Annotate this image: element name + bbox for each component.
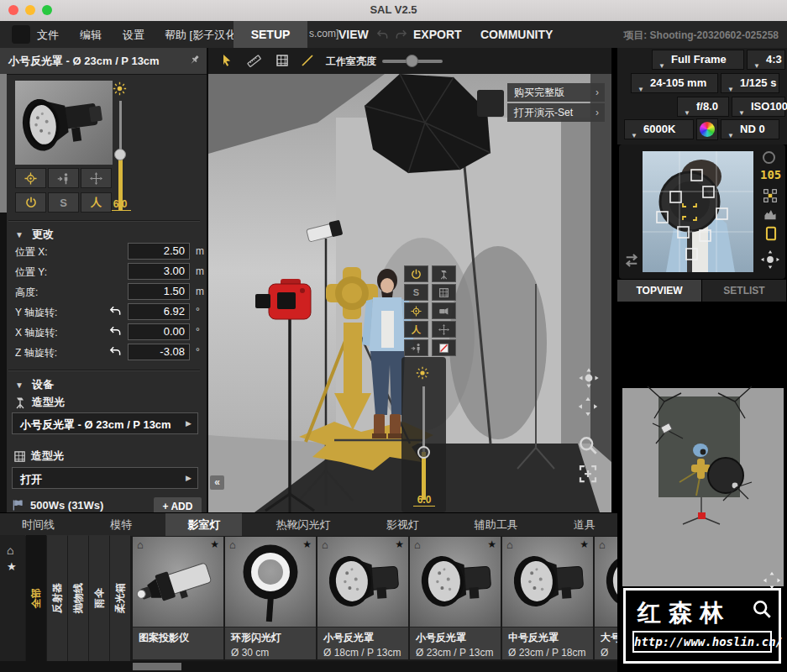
lens-dropdown[interactable]: ▼24-105 mm (631, 73, 718, 93)
tab-view[interactable]: VIEW (338, 21, 369, 48)
fl-intensity-value[interactable]: 6.0 (413, 494, 435, 507)
right-panel-tab[interactable]: TOPVIEW (617, 280, 702, 302)
ruler-icon[interactable] (247, 54, 261, 68)
fl-point-at-model-button[interactable] (404, 339, 428, 356)
star-icon[interactable]: ★ (7, 560, 17, 573)
fl-target-button[interactable] (404, 302, 428, 319)
home-icon[interactable]: ⌂ (599, 538, 606, 551)
zoom-view-control[interactable] (578, 435, 598, 455)
tripod-button[interactable]: 人 (81, 192, 112, 213)
library-tab[interactable]: 道具 (552, 513, 617, 536)
undo-icon[interactable] (376, 29, 389, 41)
tab-setup[interactable]: SETUP (233, 21, 307, 48)
number-input[interactable]: 3.00 (128, 263, 190, 280)
modifier-dropdown[interactable]: 小号反光罩 - Ø 23cm / P 13cm ▶ (12, 412, 198, 434)
star-icon[interactable]: ★ (395, 538, 404, 550)
equipment-card[interactable]: ⌂ ★ 小号反光罩 Ø 18cm / P 13cm (317, 537, 408, 660)
fl-no-gel-button[interactable] (432, 339, 456, 356)
move-light-button[interactable] (81, 168, 112, 188)
intensity-slider-handle[interactable] (114, 149, 126, 160)
intensity-value[interactable]: 6.0 (109, 198, 131, 211)
swap-view-icon[interactable] (623, 252, 640, 269)
aperture-dropdown[interactable]: ▼f/8.0 (677, 97, 729, 117)
number-input[interactable]: 1.50 (128, 283, 190, 300)
target-light-button[interactable] (15, 168, 46, 188)
star-icon[interactable]: ★ (487, 538, 496, 550)
library-tab[interactable]: 热靴闪光灯 (254, 513, 352, 536)
number-input[interactable]: 0.00 (128, 323, 190, 340)
orbit-view-control[interactable] (578, 367, 600, 389)
home-icon[interactable]: ⌂ (7, 543, 13, 557)
right-panel-tab[interactable]: SETLIST (702, 280, 787, 302)
iso-dropdown[interactable]: ▼ISO100 (732, 97, 785, 117)
library-scrollbar-thumb[interactable] (133, 663, 181, 670)
tv-model[interactable] (693, 444, 708, 457)
star-icon[interactable]: ★ (580, 538, 589, 550)
menu-help[interactable]: 帮助 [影子汉化 (165, 28, 233, 43)
open-demo-set-button[interactable]: 打开演示-Set› (507, 103, 605, 122)
shutter-dropdown[interactable]: ▼1/125 s (721, 73, 779, 93)
category-tab[interactable]: 反射器 (47, 535, 67, 661)
grid-toggle-icon[interactable] (275, 54, 289, 67)
fl-power-button[interactable] (404, 265, 428, 282)
point-at-model-button[interactable] (48, 168, 79, 188)
equipment-card[interactable]: ⌂ ★ 中号反光罩 Ø 23cm / P 18cm (502, 537, 593, 660)
category-tab[interactable]: 柔光箱 (110, 535, 130, 661)
home-icon[interactable]: ⌂ (229, 538, 236, 551)
library-tab[interactable]: 影室灯 (165, 513, 242, 536)
buy-full-version-button[interactable]: 购买完整版› (507, 83, 605, 102)
reset-rotation-icon[interactable] (109, 325, 122, 338)
reset-rotation-icon[interactable] (109, 345, 122, 358)
equipment-card[interactable]: ⌂ ★ 大号反光罩 Ø (595, 537, 617, 660)
library-tab[interactable]: 时间线 (0, 513, 76, 536)
transform-section-header[interactable]: ▼更改 (15, 227, 54, 242)
equipment-card[interactable]: ⌂ ★ 环形闪光灯 Ø 30 cm (225, 537, 316, 660)
fl-stand-button[interactable] (432, 265, 456, 282)
color-wheel-icon[interactable] (696, 118, 718, 140)
library-tab[interactable]: 模特 (88, 513, 154, 536)
reset-rotation-icon[interactable] (109, 305, 122, 318)
sensor-dropdown[interactable]: ▼Full Frame (652, 50, 744, 70)
fl-move-button[interactable] (432, 321, 456, 338)
home-icon[interactable]: ⌂ (414, 538, 421, 551)
number-input[interactable]: 2.50 (128, 243, 190, 260)
topview-pan-icon[interactable] (763, 571, 781, 590)
fl-solo-button[interactable]: S (404, 284, 428, 301)
home-icon[interactable]: ⌂ (137, 538, 144, 551)
collapse-panel-button[interactable]: « (210, 475, 224, 490)
star-icon[interactable]: ★ (210, 538, 219, 550)
white-balance-dropdown[interactable]: ▼6000K (624, 119, 694, 139)
studio-brightness-handle[interactable] (406, 55, 418, 67)
number-input[interactable]: 6.92 (128, 303, 190, 320)
category-tab[interactable]: 全部 (26, 535, 46, 661)
home-icon[interactable]: ⌂ (322, 538, 328, 551)
star-icon[interactable]: ★ (302, 538, 312, 550)
equipment-card[interactable]: ⌂ ★ 小号反光罩 Ø 23cm / P 13cm (410, 537, 501, 660)
orientation-frame-icon[interactable] (763, 225, 779, 242)
solo-button[interactable]: S (48, 192, 79, 213)
equipment-section-header[interactable]: ▼设备 (15, 377, 54, 392)
focus-points-icon[interactable] (763, 188, 778, 203)
menu-settings[interactable]: 设置 (123, 28, 144, 43)
power-toggle-button[interactable] (15, 192, 46, 213)
library-tab[interactable]: 影视灯 (365, 513, 441, 536)
select-cursor-icon[interactable] (220, 54, 233, 67)
pin-icon[interactable] (188, 54, 201, 66)
category-tab[interactable]: 抛物线 (68, 535, 88, 661)
fl-slider-handle[interactable] (417, 446, 430, 459)
menu-file[interactable]: 文件 (37, 28, 59, 43)
redo-icon[interactable] (395, 29, 407, 41)
home-icon[interactable]: ⌂ (506, 538, 513, 551)
number-input[interactable]: -3.08 (128, 344, 190, 360)
fl-tripod-button[interactable]: 人 (404, 321, 428, 338)
aspect-dropdown[interactable]: ▼4:3 (747, 50, 785, 70)
menu-edit[interactable]: 编辑 (80, 28, 102, 43)
histogram-icon[interactable] (761, 208, 779, 221)
fl-head-button[interactable] (432, 302, 456, 319)
pan-view-control[interactable] (578, 396, 598, 417)
line-tool-icon[interactable] (301, 54, 314, 67)
nd-filter-dropdown[interactable]: ▼ND 0 (721, 119, 779, 139)
dpad-control[interactable] (759, 249, 781, 270)
modeling-light-dropdown[interactable]: 打开 ▶ (12, 467, 198, 489)
category-tab[interactable]: 雨伞 (89, 535, 109, 661)
